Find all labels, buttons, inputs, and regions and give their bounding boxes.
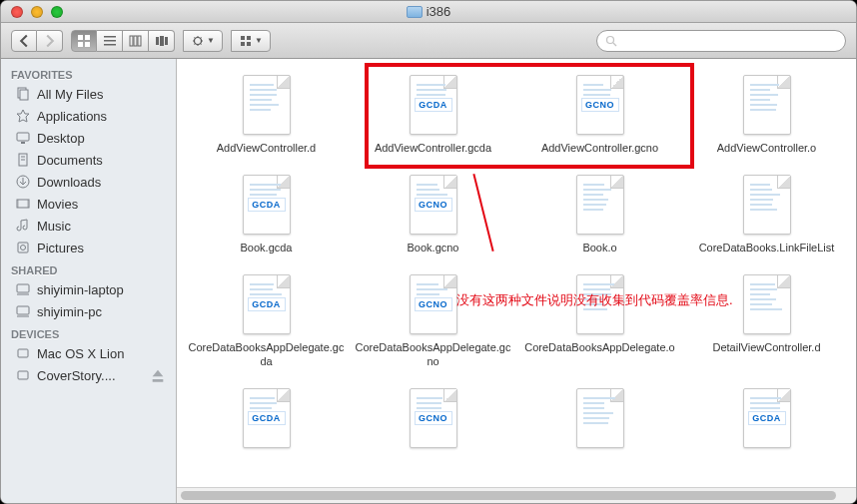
svg-line-19 bbox=[613, 43, 616, 46]
file-label: Book.o bbox=[582, 241, 616, 254]
file-item[interactable]: AddViewController.d bbox=[183, 69, 350, 169]
svg-rect-31 bbox=[18, 243, 28, 252]
sidebar-item-movies[interactable]: Movies bbox=[1, 193, 176, 215]
horizontal-scrollbar[interactable] bbox=[177, 487, 856, 503]
action-menu-button[interactable]: ▼ bbox=[183, 30, 223, 52]
search-icon bbox=[605, 35, 617, 47]
file-item[interactable]: GCNO bbox=[350, 382, 516, 467]
sidebar-item-coverstory[interactable]: CoverStory.... bbox=[1, 364, 176, 386]
svg-rect-4 bbox=[104, 36, 116, 38]
svg-rect-1 bbox=[85, 35, 90, 40]
file-label: CoreDataBooksAppDelegate.gcda bbox=[187, 340, 347, 369]
sidebar-item-music[interactable]: Music bbox=[1, 215, 176, 237]
svg-rect-38 bbox=[18, 371, 28, 379]
sidebar-item-macos[interactable]: Mac OS X Lion bbox=[1, 342, 176, 364]
file-item[interactable]: DetailViewController.d bbox=[683, 268, 850, 382]
apps-icon bbox=[15, 108, 31, 124]
icon-view-button[interactable] bbox=[71, 30, 97, 52]
desktop-icon bbox=[15, 130, 31, 146]
svg-rect-0 bbox=[78, 35, 83, 40]
file-label: DetailViewController.d bbox=[712, 340, 820, 354]
toolbar: ▼ ▼ bbox=[1, 23, 856, 59]
sidebar-item-downloads[interactable]: Downloads bbox=[1, 171, 176, 193]
file-badge: GCDA bbox=[248, 411, 286, 425]
arrange-menu-button[interactable]: ▼ bbox=[231, 30, 271, 52]
sidebar-item-applications[interactable]: Applications bbox=[1, 105, 176, 127]
forward-button[interactable] bbox=[37, 30, 63, 52]
svg-rect-7 bbox=[130, 36, 133, 46]
titlebar: i386 bbox=[1, 1, 856, 23]
svg-rect-6 bbox=[104, 44, 116, 46]
file-item[interactable]: GCDABook.gcda bbox=[183, 169, 350, 268]
file-icon: GCNO bbox=[410, 274, 457, 334]
close-button[interactable] bbox=[11, 6, 23, 18]
file-badge: GCNO bbox=[415, 198, 452, 212]
file-icon bbox=[743, 274, 791, 334]
sidebar-item-desktop[interactable]: Desktop bbox=[1, 127, 176, 149]
svg-rect-29 bbox=[17, 200, 19, 208]
zoom-button[interactable] bbox=[51, 6, 63, 18]
svg-rect-5 bbox=[104, 40, 116, 42]
svg-point-13 bbox=[195, 37, 202, 44]
view-buttons bbox=[71, 30, 175, 52]
file-item[interactable]: CoreDataBooks.LinkFileList bbox=[683, 169, 850, 268]
file-item[interactable]: GCNOCoreDataBooksAppDelegate.gcno bbox=[350, 268, 516, 382]
file-item[interactable]: GCDAAddViewController.gcda bbox=[350, 69, 516, 169]
svg-rect-9 bbox=[138, 36, 141, 46]
file-icon: GCDA bbox=[243, 274, 291, 334]
file-icon bbox=[576, 274, 624, 334]
file-icon bbox=[576, 388, 624, 448]
file-item[interactable]: GCDACoreDataBooksAppDelegate.gcda bbox=[183, 268, 350, 382]
svg-rect-12 bbox=[165, 37, 168, 45]
svg-rect-37 bbox=[18, 349, 28, 357]
file-item[interactable]: GCDA bbox=[183, 382, 350, 467]
file-item[interactable]: GCNOBook.gcno bbox=[350, 169, 516, 268]
documents-icon bbox=[15, 152, 31, 168]
sidebar-item-pc[interactable]: shiyimin-pc bbox=[1, 300, 176, 322]
file-icon: GCDA bbox=[743, 388, 791, 448]
file-grid[interactable]: AddViewController.dGCDAAddViewController… bbox=[177, 59, 856, 487]
svg-rect-21 bbox=[20, 90, 28, 100]
file-icon bbox=[743, 175, 791, 235]
title-text: i386 bbox=[427, 4, 451, 19]
arrange-buttons: ▼ bbox=[231, 30, 271, 52]
search-input[interactable] bbox=[621, 35, 837, 47]
file-icon bbox=[576, 175, 624, 235]
file-icon: GCNO bbox=[576, 75, 624, 135]
svg-rect-16 bbox=[241, 42, 245, 46]
disk-icon bbox=[15, 367, 31, 383]
sidebar-item-allfiles[interactable]: All My Files bbox=[1, 83, 176, 105]
eject-icon[interactable] bbox=[150, 367, 166, 383]
file-badge: GCDA bbox=[248, 297, 286, 311]
file-item[interactable]: Book.o bbox=[516, 169, 683, 268]
column-view-button[interactable] bbox=[123, 30, 149, 52]
coverflow-view-button[interactable] bbox=[149, 30, 175, 52]
action-buttons: ▼ bbox=[183, 30, 223, 52]
svg-rect-10 bbox=[156, 37, 159, 45]
file-badge: GCDA bbox=[415, 98, 452, 112]
minimize-button[interactable] bbox=[31, 6, 43, 18]
file-item[interactable]: GCDA bbox=[683, 382, 850, 467]
list-view-button[interactable] bbox=[97, 30, 123, 52]
scrollbar-thumb[interactable] bbox=[181, 491, 836, 500]
file-item[interactable]: AddViewController.o bbox=[683, 69, 850, 169]
file-item[interactable]: GCNOAddViewController.gcno bbox=[516, 69, 683, 169]
file-item[interactable]: CoreDataBooksAppDelegate.o bbox=[516, 268, 683, 382]
sidebar-item-pictures[interactable]: Pictures bbox=[1, 237, 176, 258]
search-field[interactable] bbox=[596, 30, 846, 52]
file-icon: GCNO bbox=[410, 175, 457, 235]
file-icon bbox=[743, 75, 791, 135]
svg-rect-14 bbox=[241, 36, 245, 40]
file-label: AddViewController.o bbox=[717, 141, 816, 155]
file-badge: GCNO bbox=[415, 411, 452, 425]
file-item[interactable] bbox=[516, 382, 683, 467]
svg-rect-23 bbox=[21, 142, 25, 144]
sidebar-item-documents[interactable]: Documents bbox=[1, 149, 176, 171]
disk-icon bbox=[15, 345, 31, 361]
window-controls bbox=[1, 6, 63, 18]
sidebar-item-laptop[interactable]: shiyimin-laptop bbox=[1, 278, 176, 300]
back-button[interactable] bbox=[11, 30, 37, 52]
file-icon: GCDA bbox=[243, 175, 291, 235]
all-files-icon bbox=[15, 86, 31, 102]
movies-icon bbox=[15, 196, 31, 212]
